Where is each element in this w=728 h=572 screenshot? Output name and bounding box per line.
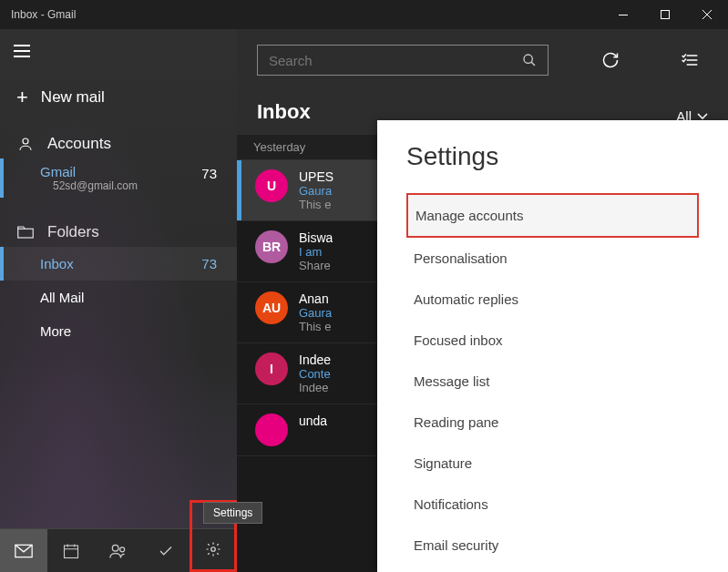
avatar: I — [255, 352, 288, 385]
settings-item[interactable]: Email security — [406, 525, 699, 566]
settings-item[interactable]: Reading pane — [406, 402, 699, 443]
settings-item[interactable]: Automatic replies — [406, 279, 699, 320]
todo-app-button[interactable] — [142, 529, 190, 572]
svg-rect-0 — [619, 15, 628, 15]
search-icon — [522, 53, 537, 67]
message-from: Anan — [299, 291, 332, 306]
window-title: Inbox - Gmail — [11, 8, 602, 21]
folder-label: More — [40, 323, 71, 339]
accounts-label: Accounts — [47, 135, 111, 153]
folder-item[interactable]: All Mail — [0, 281, 237, 314]
settings-item[interactable]: Focused inbox — [406, 320, 699, 361]
avatar: AU — [255, 291, 288, 324]
mail-app-button[interactable] — [0, 529, 47, 572]
refresh-icon — [601, 51, 620, 69]
hamburger-menu[interactable] — [0, 29, 44, 73]
settings-item[interactable]: Message list — [406, 361, 699, 402]
account-email: 52sd@gmail.com — [40, 179, 220, 192]
message-subject: Conte — [299, 367, 331, 381]
toolbar — [237, 29, 728, 91]
settings-button[interactable]: Settings — [190, 529, 237, 572]
message-subject: I am — [299, 245, 333, 259]
message-from: unda — [299, 414, 327, 428]
close-button[interactable] — [686, 0, 728, 29]
message-preview: Share — [299, 259, 333, 272]
svg-rect-1 — [661, 11, 670, 19]
message-preview: This e — [299, 198, 333, 211]
new-mail-button[interactable]: + New mail — [0, 73, 237, 122]
new-mail-label: New mail — [41, 88, 105, 107]
folder-label: All Mail — [40, 290, 84, 305]
svg-point-9 — [524, 55, 532, 63]
sidebar: + New mail Accounts Gmail 52sd@gmail.com… — [0, 29, 237, 572]
account-name: Gmail — [40, 164, 220, 179]
message-preview: Indee — [299, 381, 331, 394]
svg-point-2 — [23, 138, 28, 144]
folder-item[interactable]: Inbox73 — [0, 247, 237, 281]
settings-item[interactable]: Notifications — [406, 484, 699, 525]
selection-icon — [681, 53, 699, 67]
message-from: Indee — [299, 352, 331, 367]
folders-label: Folders — [47, 223, 99, 241]
svg-rect-3 — [18, 229, 34, 238]
maximize-button[interactable] — [644, 0, 686, 29]
search-box[interactable] — [257, 45, 549, 76]
message-subject: Gaura — [299, 184, 333, 198]
message-list-pane: Inbox All Yesterday U UPES Gaura This e … — [237, 29, 728, 572]
folder-label: Inbox — [40, 256, 74, 271]
chevron-down-icon — [697, 113, 708, 120]
search-input[interactable] — [269, 53, 522, 68]
window-controls — [602, 0, 728, 29]
svg-point-6 — [112, 545, 118, 551]
settings-item[interactable]: Manage accounts — [406, 193, 699, 238]
settings-item[interactable]: Signature — [406, 443, 699, 484]
bottom-app-bar: Settings — [0, 528, 237, 572]
svg-point-7 — [120, 546, 125, 551]
account-count: 73 — [201, 166, 217, 181]
avatar: U — [255, 169, 288, 202]
svg-point-8 — [211, 547, 216, 552]
message-preview: This e — [299, 320, 332, 333]
person-icon — [16, 135, 35, 153]
message-from: UPES — [299, 169, 333, 184]
account-item[interactable]: Gmail 52sd@gmail.com 73 — [0, 158, 237, 198]
message-from: Biswa — [299, 230, 333, 245]
folder-icon — [16, 223, 35, 241]
calendar-app-button[interactable] — [47, 529, 95, 572]
gear-icon — [205, 541, 221, 557]
selection-mode-button[interactable] — [672, 42, 708, 78]
folder-count: 73 — [201, 256, 217, 271]
accounts-header: Accounts — [0, 122, 237, 158]
settings-tooltip: Settings — [203, 502, 262, 524]
minimize-button[interactable] — [602, 0, 644, 29]
people-app-button[interactable] — [95, 529, 142, 572]
settings-panel: Settings Manage accountsPersonalisationA… — [377, 120, 728, 572]
svg-rect-5 — [65, 546, 78, 558]
inbox-title: Inbox — [257, 100, 311, 124]
titlebar: Inbox - Gmail — [0, 0, 728, 29]
avatar — [255, 414, 288, 446]
folder-item[interactable]: More — [0, 314, 237, 348]
settings-title: Settings — [406, 142, 699, 171]
message-subject: Gaura — [299, 306, 332, 320]
settings-item[interactable]: Personalisation — [406, 238, 699, 279]
sync-button[interactable] — [592, 42, 629, 78]
folders-header: Folders — [0, 210, 237, 247]
avatar: BR — [255, 230, 288, 263]
plus-icon: + — [16, 86, 28, 109]
